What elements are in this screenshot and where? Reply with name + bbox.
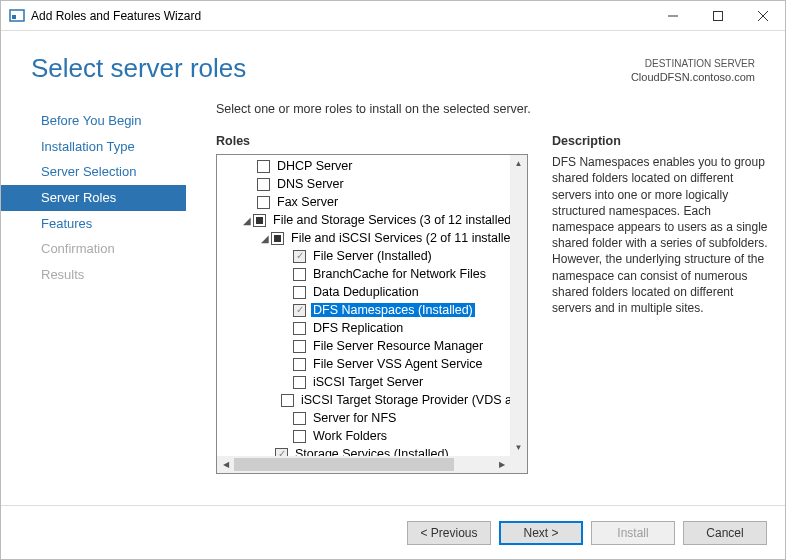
tree-node[interactable]: Server for NFS	[217, 409, 510, 427]
expander-spacer	[279, 250, 291, 262]
tree-node-label[interactable]: File Server VSS Agent Service	[311, 357, 485, 371]
titlebar: Add Roles and Features Wizard	[1, 1, 785, 31]
window-title: Add Roles and Features Wizard	[31, 9, 650, 23]
horizontal-scrollbar[interactable]: ◀ ▶	[217, 456, 510, 473]
tree-node-label[interactable]: Storage Services (Installed)	[293, 447, 451, 456]
nav-item-confirmation: Confirmation	[1, 236, 186, 262]
expander-spacer	[261, 448, 273, 456]
tree-node-label[interactable]: BranchCache for Network Files	[311, 267, 488, 281]
wizard-nav: Before You BeginInstallation TypeServer …	[1, 102, 186, 522]
tree-node-label[interactable]: Data Deduplication	[311, 285, 421, 299]
description-label: Description	[552, 134, 775, 148]
expander-icon[interactable]: ◢	[243, 214, 251, 226]
instruction-text: Select one or more roles to install on t…	[216, 102, 775, 116]
scroll-track[interactable]	[510, 172, 527, 439]
description-text: DFS Namespaces enables you to group shar…	[552, 154, 775, 316]
tree-checkbox[interactable]	[257, 160, 270, 173]
scroll-right-icon[interactable]: ▶	[493, 456, 510, 473]
nav-item-installation-type[interactable]: Installation Type	[1, 134, 186, 160]
tree-node-label[interactable]: File Server Resource Manager	[311, 339, 485, 353]
tree-checkbox[interactable]	[281, 394, 294, 407]
wizard-header: Select server roles DESTINATION SERVER C…	[1, 31, 785, 102]
tree-node-label[interactable]: DNS Server	[275, 177, 346, 191]
tree-node[interactable]: File Server VSS Agent Service	[217, 355, 510, 373]
scroll-thumb[interactable]	[234, 458, 454, 471]
tree-checkbox[interactable]	[293, 340, 306, 353]
expander-spacer	[279, 376, 291, 388]
tree-node-label[interactable]: DFS Replication	[311, 321, 405, 335]
tree-node[interactable]: DNS Server	[217, 175, 510, 193]
tree-node[interactable]: DHCP Server	[217, 157, 510, 175]
expander-spacer	[243, 160, 255, 172]
tree-node[interactable]: iSCSI Target Storage Provider (VDS and V…	[217, 391, 510, 409]
tree-node[interactable]: iSCSI Target Server	[217, 373, 510, 391]
tree-node-label[interactable]: File and Storage Services (3 of 12 insta…	[271, 213, 510, 227]
nav-item-server-roles[interactable]: Server Roles	[1, 185, 186, 211]
scroll-track[interactable]	[234, 456, 493, 473]
nav-item-results: Results	[1, 262, 186, 288]
tree-checkbox[interactable]	[293, 430, 306, 443]
tree-checkbox[interactable]	[293, 358, 306, 371]
next-button[interactable]: Next >	[499, 521, 583, 545]
roles-label: Roles	[216, 134, 528, 148]
tree-node[interactable]: ◢File and Storage Services (3 of 12 inst…	[217, 211, 510, 229]
tree-node[interactable]: Work Folders	[217, 427, 510, 445]
tree-checkbox[interactable]	[293, 304, 306, 317]
tree-checkbox[interactable]	[293, 268, 306, 281]
wizard-footer: < Previous Next > Install Cancel	[1, 505, 785, 559]
tree-checkbox[interactable]	[257, 178, 270, 191]
tree-checkbox[interactable]	[293, 250, 306, 263]
tree-checkbox[interactable]	[293, 412, 306, 425]
minimize-button[interactable]	[650, 1, 695, 30]
tree-node[interactable]: ◢File and iSCSI Services (2 of 11 instal…	[217, 229, 510, 247]
tree-node-label[interactable]: Server for NFS	[311, 411, 398, 425]
close-button[interactable]	[740, 1, 785, 30]
nav-item-before-you-begin[interactable]: Before You Begin	[1, 108, 186, 134]
tree-node[interactable]: Data Deduplication	[217, 283, 510, 301]
tree-node-label[interactable]: File Server (Installed)	[311, 249, 434, 263]
page-title: Select server roles	[31, 53, 246, 84]
nav-item-server-selection[interactable]: Server Selection	[1, 159, 186, 185]
tree-node-label[interactable]: DHCP Server	[275, 159, 354, 173]
tree-checkbox[interactable]	[293, 286, 306, 299]
maximize-button[interactable]	[695, 1, 740, 30]
tree-node[interactable]: BranchCache for Network Files	[217, 265, 510, 283]
tree-node[interactable]: Fax Server	[217, 193, 510, 211]
destination-block: DESTINATION SERVER CloudDFSN.contoso.com	[631, 57, 755, 84]
svg-rect-1	[12, 15, 16, 19]
install-button[interactable]: Install	[591, 521, 675, 545]
tree-checkbox[interactable]	[275, 448, 288, 457]
previous-button[interactable]: < Previous	[407, 521, 491, 545]
expander-spacer	[279, 412, 291, 424]
scroll-corner	[510, 456, 527, 473]
scroll-left-icon[interactable]: ◀	[217, 456, 234, 473]
tree-node[interactable]: DFS Replication	[217, 319, 510, 337]
tree-checkbox[interactable]	[257, 196, 270, 209]
tree-checkbox[interactable]	[293, 376, 306, 389]
tree-node-label[interactable]: File and iSCSI Services (2 of 11 install…	[289, 231, 510, 245]
tree-checkbox[interactable]	[293, 322, 306, 335]
tree-checkbox[interactable]	[271, 232, 284, 245]
roles-tree[interactable]: DHCP ServerDNS ServerFax Server◢File and…	[217, 155, 510, 456]
tree-node[interactable]: File Server (Installed)	[217, 247, 510, 265]
tree-node-label[interactable]: Work Folders	[311, 429, 389, 443]
destination-value: CloudDFSN.contoso.com	[631, 70, 755, 84]
nav-item-features[interactable]: Features	[1, 211, 186, 237]
scroll-down-icon[interactable]: ▼	[510, 439, 527, 456]
tree-checkbox[interactable]	[253, 214, 266, 227]
expander-spacer	[279, 268, 291, 280]
expander-spacer	[279, 358, 291, 370]
expander-icon[interactable]: ◢	[261, 232, 269, 244]
tree-node[interactable]: DFS Namespaces (Installed)	[217, 301, 510, 319]
cancel-button[interactable]: Cancel	[683, 521, 767, 545]
tree-node[interactable]: File Server Resource Manager	[217, 337, 510, 355]
expander-spacer	[279, 304, 291, 316]
tree-node-label[interactable]: iSCSI Target Server	[311, 375, 425, 389]
vertical-scrollbar[interactable]: ▲ ▼	[510, 155, 527, 456]
tree-node-label[interactable]: iSCSI Target Storage Provider (VDS and V…	[299, 393, 510, 407]
expander-spacer	[279, 322, 291, 334]
tree-node-label[interactable]: DFS Namespaces (Installed)	[311, 303, 475, 317]
tree-node-label[interactable]: Fax Server	[275, 195, 340, 209]
tree-node[interactable]: Storage Services (Installed)	[217, 445, 510, 456]
scroll-up-icon[interactable]: ▲	[510, 155, 527, 172]
